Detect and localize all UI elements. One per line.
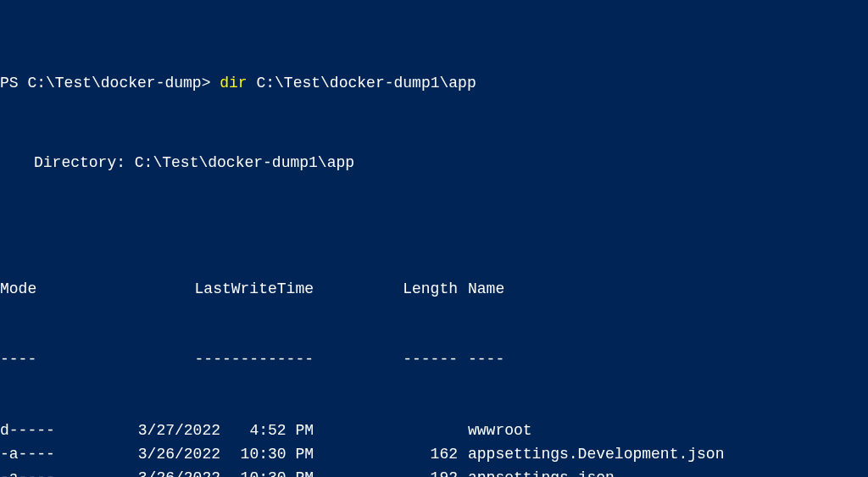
prompt-line[interactable]: PS C:\Test\docker-dump> dir C:\Test\dock… xyxy=(0,75,868,92)
file-length: 162 xyxy=(314,443,458,467)
file-row: d-----3/27/20224:52 PMwwwroot xyxy=(0,419,868,443)
file-mode: -a---- xyxy=(0,467,119,477)
file-listing: ModeLastWriteTimeLengthName ------------… xyxy=(0,230,868,477)
underline-lastwrite: ------------- xyxy=(119,348,314,372)
file-length xyxy=(314,419,458,443)
file-length: 192 xyxy=(314,467,458,477)
file-date: 3/27/2022 xyxy=(119,419,220,443)
file-date: 3/26/2022 xyxy=(119,467,220,477)
header-name: Name xyxy=(458,278,504,302)
command-name: dir xyxy=(220,75,247,92)
file-row: -a----3/26/202210:30 PM162appsettings.De… xyxy=(0,443,868,467)
header-length: Length xyxy=(314,278,458,302)
file-row: -a----3/26/202210:30 PM192appsettings.js… xyxy=(0,467,868,477)
underline-row: --------------------------- xyxy=(0,348,868,372)
file-name: wwwroot xyxy=(458,419,532,443)
file-time: 10:30 PM xyxy=(220,443,314,467)
underline-name: ---- xyxy=(458,348,504,372)
command-argument: C:\Test\docker-dump1\app xyxy=(248,75,476,92)
underline-mode: ---- xyxy=(0,348,119,372)
header-lastwrite: LastWriteTime xyxy=(119,278,314,302)
header-row: ModeLastWriteTimeLengthName xyxy=(0,278,868,302)
prompt-prefix: PS C:\Test\docker-dump> xyxy=(0,75,220,92)
file-mode: -a---- xyxy=(0,443,119,467)
directory-header: Directory: C:\Test\docker-dump1\app xyxy=(0,154,868,171)
file-time: 10:30 PM xyxy=(220,467,314,477)
header-mode: Mode xyxy=(0,278,119,302)
file-mode: d----- xyxy=(0,419,119,443)
file-date: 3/26/2022 xyxy=(119,443,220,467)
file-name: appsettings.Development.json xyxy=(458,443,724,467)
file-name: appsettings.json xyxy=(458,467,615,477)
file-time: 4:52 PM xyxy=(220,419,314,443)
underline-length: ------ xyxy=(314,348,458,372)
